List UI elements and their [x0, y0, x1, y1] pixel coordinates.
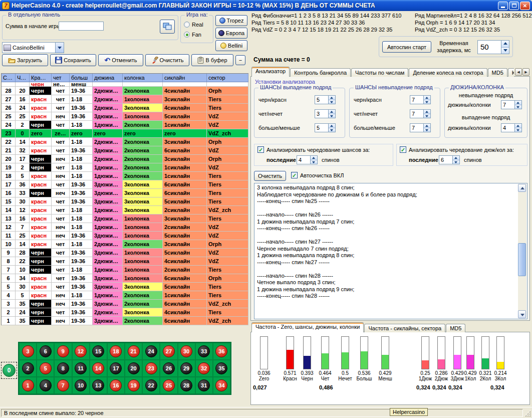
spin-control[interactable]: 50: [477, 40, 509, 54]
board-number-4[interactable]: 4: [40, 379, 52, 391]
clear-log-button[interactable]: Очистить: [254, 171, 286, 181]
board-number-31[interactable]: 31: [198, 379, 210, 391]
board-number-6[interactable]: 6: [40, 345, 52, 357]
board-number-13[interactable]: 13: [92, 379, 104, 391]
spin-down-button[interactable]: [329, 114, 335, 118]
board-number-14[interactable]: 14: [92, 362, 104, 374]
spin-control[interactable]: 7: [410, 95, 431, 104]
board-number-23[interactable]: 23: [145, 362, 157, 374]
board-number-28[interactable]: 28: [180, 379, 192, 391]
board-number-1[interactable]: 1: [22, 379, 34, 391]
spin-down-button[interactable]: [453, 160, 459, 164]
zero-cell[interactable]: 0: [1, 362, 17, 379]
board-number-22[interactable]: 22: [145, 379, 157, 391]
radio-fan[interactable]: Fan: [184, 32, 201, 38]
board-number-17[interactable]: 17: [110, 362, 122, 374]
save-button[interactable]: Сохранить: [50, 54, 96, 66]
spin-down-button[interactable]: [424, 114, 430, 118]
board-number-25[interactable]: 25: [163, 379, 175, 391]
board-number-15[interactable]: 15: [92, 345, 104, 357]
main-tab-6[interactable]: Ко: [508, 68, 514, 77]
clear-button[interactable]: Очистить: [145, 54, 189, 66]
spin-control[interactable]: 6: [439, 155, 460, 164]
spin-control[interactable]: 4: [297, 155, 318, 164]
main-tab-2[interactable]: Контроль банкролла: [290, 68, 351, 77]
board-number-33[interactable]: 33: [198, 345, 210, 357]
tab-scroll-left-button[interactable]: [515, 68, 522, 76]
board-number-35[interactable]: 35: [215, 362, 227, 374]
detach-panel-button[interactable]: [160, 20, 175, 34]
casino-combobox[interactable]: CasinoBellini: [2, 42, 64, 53]
spin-up-button[interactable]: [311, 156, 317, 160]
spin-down-button[interactable]: [515, 128, 521, 132]
autospin-start-button[interactable]: Автоспин старт: [382, 41, 431, 53]
spin-up-button[interactable]: [515, 124, 521, 128]
board-number-34[interactable]: 34: [215, 379, 227, 391]
board-number-21[interactable]: 21: [128, 345, 140, 357]
main-tab-3[interactable]: Частоты по числам: [351, 68, 408, 77]
spin-up-button[interactable]: [329, 96, 335, 100]
analyzer-log[interactable]: 3 колонка невыпадала подряд 8 спин;Наблю…: [254, 183, 527, 319]
radio-real[interactable]: Real: [184, 22, 203, 28]
spin-down-button[interactable]: [515, 105, 521, 109]
maximize-button[interactable]: [509, 2, 519, 10]
board-number-8[interactable]: 8: [57, 362, 69, 374]
main-tab-1[interactable]: Анализатор: [251, 67, 290, 77]
analyze-dozen-checkbox[interactable]: [400, 146, 406, 153]
scroll-thumb[interactable]: [518, 243, 526, 276]
board-number-11[interactable]: 11: [75, 362, 87, 374]
spin-up-button[interactable]: [515, 101, 521, 105]
spin-control[interactable]: 5: [315, 95, 336, 104]
autoclear-checkbox[interactable]: [291, 172, 298, 178]
spin-control[interactable]: 7: [410, 123, 431, 132]
history-table[interactable]: С…Ч…Кра…четбольшдюжинаколонкасиклайнсект…: [1, 73, 248, 325]
board-number-36[interactable]: 36: [215, 345, 227, 357]
start-sum-input[interactable]: [59, 22, 104, 31]
analyze-chances-checkbox[interactable]: [257, 146, 264, 153]
board-number-0[interactable]: 0: [3, 364, 16, 377]
main-tabs[interactable]: АнализаторКонтроль банкроллаЧастоты по ч…: [251, 66, 514, 77]
to-buffer-button[interactable]: В буфер: [191, 54, 233, 66]
spin-down-button[interactable]: [424, 128, 430, 132]
board-number-19[interactable]: 19: [128, 379, 140, 391]
main-tab-5[interactable]: MD5: [488, 68, 507, 77]
spin-down-button[interactable]: [329, 100, 335, 104]
board-number-10[interactable]: 10: [75, 379, 87, 391]
freq-tab-1[interactable]: Частота - Zero, шансы, дюжины, колонки: [251, 322, 364, 332]
close-button[interactable]: [520, 2, 530, 10]
spin-up-button[interactable]: [453, 156, 459, 160]
spin-up-button[interactable]: [501, 41, 509, 48]
europa-button[interactable]: Европа: [215, 28, 247, 39]
tab-scroll-right-button[interactable]: [522, 68, 529, 76]
board-number-7[interactable]: 7: [57, 379, 69, 391]
bellini-button[interactable]: Bellini: [215, 40, 247, 51]
board-number-18[interactable]: 18: [110, 345, 122, 357]
board-number-9[interactable]: 9: [57, 345, 69, 357]
spin-control[interactable]: 3: [315, 109, 336, 118]
spin-control[interactable]: 4: [501, 123, 522, 132]
collapse-button[interactable]: −: [235, 55, 245, 65]
minimize-button[interactable]: [498, 2, 508, 10]
spin-up-button[interactable]: [424, 124, 430, 128]
board-number-16[interactable]: 16: [110, 379, 122, 391]
spin-control[interactable]: 7: [410, 109, 431, 118]
board-number-12[interactable]: 12: [75, 345, 87, 357]
scroll-up-button[interactable]: [518, 184, 526, 192]
spin-up-button[interactable]: [424, 110, 430, 114]
board-number-24[interactable]: 24: [145, 345, 157, 357]
freq-tab-3[interactable]: MD5: [446, 324, 465, 332]
freq-tab-2[interactable]: Частота - сиклайны, сектора: [364, 324, 445, 332]
board-number-27[interactable]: 27: [163, 345, 175, 357]
board-number-32[interactable]: 32: [198, 362, 210, 374]
log-scrollbar[interactable]: [518, 184, 526, 318]
board-number-2[interactable]: 2: [22, 362, 34, 374]
spin-up-button[interactable]: [329, 124, 335, 128]
board-number-26[interactable]: 26: [163, 362, 175, 374]
spin-down-button[interactable]: [501, 48, 509, 54]
board-number-30[interactable]: 30: [180, 345, 192, 357]
combo-dropdown-button[interactable]: [55, 43, 64, 53]
spin-up-button[interactable]: [424, 96, 430, 100]
frequency-tabs[interactable]: Частота - Zero, шансы, дюжины, колонкиЧа…: [251, 322, 529, 332]
undo-button[interactable]: ↶Отменить: [98, 54, 143, 66]
load-button[interactable]: Загрузить: [2, 54, 48, 66]
